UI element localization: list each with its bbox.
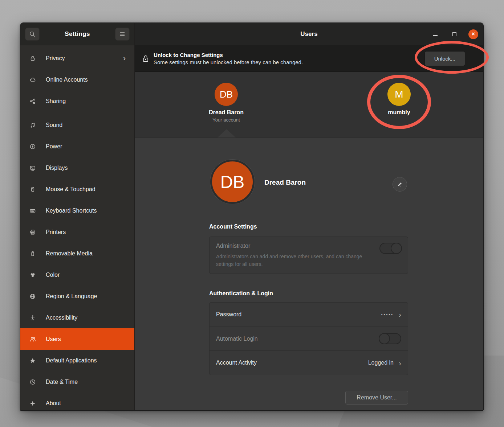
sidebar-item-power[interactable]: Power	[20, 136, 134, 157]
menu-button[interactable]	[115, 28, 130, 41]
users-icon	[29, 336, 36, 342]
sidebar-nav: Privacy › Online Accounts Sharing Sound …	[20, 45, 134, 411]
lock-icon	[142, 54, 149, 62]
pencil-icon	[397, 181, 403, 187]
color-circles-icon	[29, 272, 36, 278]
authentication-heading: Authentication & Login	[209, 290, 273, 297]
lock-icon	[29, 55, 36, 62]
password-value: •••••	[381, 312, 394, 317]
sidebar-item-color[interactable]: Color	[20, 264, 134, 286]
settings-window: Settings Privacy › Online Accounts Shari…	[20, 22, 484, 411]
hamburger-icon	[119, 31, 126, 37]
sidebar-item-users[interactable]: Users	[20, 328, 134, 350]
search-button[interactable]	[25, 28, 40, 41]
sidebar: Settings Privacy › Online Accounts Shari…	[20, 23, 135, 410]
edit-name-button[interactable]	[393, 177, 407, 192]
power-icon	[29, 143, 36, 150]
unlock-subtitle: Some settings must be unlocked before th…	[154, 59, 424, 65]
account-activity-label: Account Activity	[216, 360, 368, 366]
close-icon: ×	[472, 31, 475, 37]
authentication-rows: Password ••••• › Automatic Login Account…	[209, 302, 408, 375]
remove-user-button[interactable]: Remove User...	[345, 391, 408, 405]
chevron-right-icon: ›	[399, 311, 401, 318]
sidebar-divider	[20, 113, 134, 113]
user-name: Dread Baron	[195, 109, 257, 116]
unlock-banner: Unlock to Change Settings Some settings …	[135, 45, 483, 72]
user-name: mumbly	[368, 109, 430, 116]
automatic-login-row[interactable]: Automatic Login	[210, 327, 408, 351]
toggle-knob	[391, 243, 402, 254]
avatar: DB	[215, 83, 238, 106]
sidebar-item-accessibility[interactable]: Accessibility	[20, 307, 134, 328]
chevron-right-icon: ›	[399, 359, 401, 367]
search-icon	[29, 31, 36, 37]
unlock-button[interactable]: Unlock...	[424, 51, 465, 66]
account-activity-value: Logged in	[368, 360, 394, 366]
sidebar-item-about[interactable]: About	[20, 393, 134, 411]
user-chip-dread-baron[interactable]: DB Dread Baron Your account	[195, 83, 257, 123]
sidebar-item-region-language[interactable]: Region & Language	[20, 286, 134, 307]
flash-drive-icon	[29, 250, 36, 257]
window-controls: ×	[431, 23, 478, 45]
account-settings-heading: Account Settings	[209, 223, 257, 230]
minimize-icon	[433, 35, 438, 36]
sidebar-item-sound[interactable]: Sound	[20, 114, 134, 136]
globe-icon	[29, 293, 36, 300]
mouse-icon	[29, 186, 36, 193]
automatic-login-label: Automatic Login	[216, 336, 379, 342]
sidebar-item-date-time[interactable]: Date & Time	[20, 371, 134, 393]
account-avatar[interactable]: DB	[210, 160, 255, 204]
user-carousel: DB Dread Baron Your account M mumbly	[135, 72, 483, 137]
administrator-description: Administrators can add and remove other …	[216, 253, 372, 268]
account-detail-panel: DB Dread Baron Account Settings Administ…	[135, 137, 483, 410]
share-nodes-icon	[29, 98, 36, 104]
user-subtitle: Your account	[195, 117, 257, 123]
music-note-icon	[29, 122, 36, 128]
avatar-row: DB Dread Baron	[209, 160, 408, 208]
keyboard-icon	[29, 208, 36, 214]
sidebar-item-sharing[interactable]: Sharing	[20, 90, 134, 112]
accessibility-person-icon	[29, 315, 36, 321]
clock-icon	[29, 379, 36, 385]
selected-user-pointer	[218, 129, 236, 137]
password-row[interactable]: Password ••••• ›	[210, 303, 408, 327]
unlock-text: Unlock to Change Settings Some settings …	[154, 52, 424, 65]
password-label: Password	[216, 311, 381, 318]
automatic-login-toggle[interactable]	[379, 333, 401, 344]
sidebar-item-displays[interactable]: Displays	[20, 157, 134, 178]
administrator-toggle[interactable]	[379, 243, 402, 254]
printer-icon	[29, 229, 36, 235]
sidebar-item-removable-media[interactable]: Removable Media	[20, 243, 134, 264]
sidebar-title: Settings	[65, 30, 90, 38]
sidebar-item-online-accounts[interactable]: Online Accounts	[20, 69, 134, 90]
titlebar: Users ×	[135, 23, 483, 45]
minimize-button[interactable]	[431, 29, 440, 39]
cloud-icon	[29, 77, 36, 83]
close-button[interactable]: ×	[468, 29, 478, 39]
user-chip-mumbly[interactable]: M mumbly	[368, 83, 430, 116]
avatar: M	[387, 83, 411, 106]
maximize-button[interactable]	[450, 29, 459, 39]
sparkle-icon	[29, 400, 36, 407]
main-panel: Users × Unlock to Change Settings Some s…	[135, 23, 483, 410]
sidebar-header: Settings	[20, 23, 134, 45]
account-activity-row[interactable]: Account Activity Logged in ›	[210, 350, 408, 375]
toggle-knob	[379, 333, 390, 344]
maximize-icon	[452, 32, 456, 36]
administrator-row: Administrator Administrators can add and…	[209, 237, 408, 274]
sidebar-item-default-applications[interactable]: Default Applications	[20, 350, 134, 371]
sidebar-item-printers[interactable]: Printers	[20, 221, 134, 243]
sidebar-item-keyboard-shortcuts[interactable]: Keyboard Shortcuts	[20, 200, 134, 221]
chevron-right-icon: ›	[123, 54, 126, 62]
monitor-icon	[29, 165, 36, 171]
unlock-title: Unlock to Change Settings	[154, 52, 424, 58]
sidebar-item-privacy[interactable]: Privacy ›	[20, 48, 134, 69]
star-icon	[29, 357, 36, 364]
account-name: Dread Baron	[264, 178, 306, 186]
sidebar-item-mouse-touchpad[interactable]: Mouse & Touchpad	[20, 178, 134, 200]
administrator-label: Administrator	[216, 243, 401, 249]
